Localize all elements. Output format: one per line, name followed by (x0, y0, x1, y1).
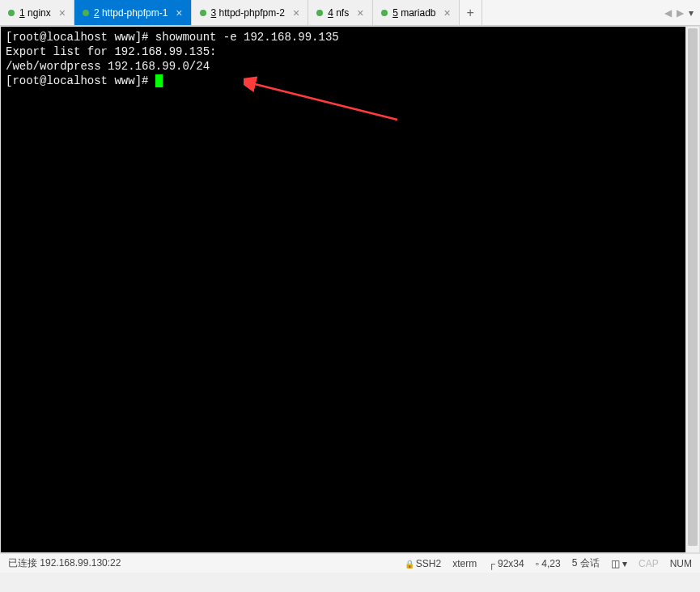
close-icon[interactable]: × (444, 7, 451, 19)
tab-label: 5 mariadb (392, 7, 435, 19)
terminal-container: [root@localhost www]# showmount -e 192.1… (0, 26, 700, 553)
close-icon[interactable]: × (293, 7, 299, 19)
status-numlock: NUM (670, 558, 692, 569)
tab-list-dropdown-icon[interactable]: ▾ (689, 7, 694, 19)
tab-label: 3 httpd-phpfpm-2 (211, 7, 285, 19)
tab-nfs[interactable]: 4 nfs × (308, 0, 373, 25)
terminal[interactable]: [root@localhost www]# showmount -e 192.1… (1, 27, 685, 552)
tab-nginx[interactable]: 1 nginx × (0, 0, 74, 25)
tab-httpd-phpfpm-1[interactable]: 2 httpd-phpfpm-1 × (74, 0, 192, 25)
terminal-command: showmount -e 192.168.99.135 (155, 31, 339, 44)
tab-navigation: ◀ ▶ ▾ (658, 0, 700, 25)
lock-icon (405, 558, 413, 566)
tab-label: 1 nginx (19, 7, 51, 19)
add-tab-button[interactable]: + (460, 0, 482, 25)
close-icon[interactable]: × (59, 7, 66, 19)
terminal-output: /web/wordpress 192.168.99.0/24 (6, 60, 210, 73)
status-cursor-pos: ▫ 4,23 (536, 558, 561, 569)
terminal-prompt: [root@localhost www]# (6, 31, 155, 44)
tab-label: 2 httpd-phpfpm-1 (94, 7, 168, 19)
status-connected: 已连接 192.168.99.130:22 (8, 556, 121, 570)
scrollbar[interactable] (685, 27, 699, 552)
status-dot-icon (316, 10, 323, 16)
tab-label: 4 nfs (328, 7, 349, 19)
terminal-prompt: [root@localhost www]# (6, 74, 155, 87)
tab-httpd-phpfpm-2[interactable]: 3 httpd-phpfpm-2 × (192, 0, 309, 25)
close-icon[interactable]: × (176, 7, 182, 19)
tab-next-icon[interactable]: ▶ (677, 7, 684, 19)
tab-mariadb[interactable]: 5 mariadb × (373, 0, 460, 25)
status-bar: 已连接 192.168.99.130:22 SSH2 xterm ┌ 92x34… (0, 553, 700, 573)
tab-prev-icon[interactable]: ◀ (664, 7, 672, 19)
status-ssh: SSH2 (405, 558, 441, 569)
status-capslock: CAP (638, 558, 659, 569)
status-dot-icon (83, 10, 89, 16)
arrow-annotation-icon (244, 75, 405, 124)
status-tabs-icon[interactable]: ◫ ▾ (611, 558, 627, 569)
status-dot-icon (8, 10, 15, 16)
scrollbar-thumb[interactable] (688, 28, 698, 546)
cursor-icon (155, 74, 163, 87)
status-dot-icon (381, 10, 388, 16)
svg-line-1 (252, 83, 397, 120)
status-term-type: xterm (452, 558, 477, 569)
status-term-size: ┌ 92x34 (488, 558, 524, 569)
status-dot-icon (200, 10, 206, 16)
tab-bar: 1 nginx × 2 httpd-phpfpm-1 × 3 httpd-php… (0, 0, 700, 26)
status-sessions: 5 会话 (572, 556, 600, 570)
close-icon[interactable]: × (357, 7, 363, 19)
terminal-output: Export list for 192.168.99.135: (6, 45, 216, 58)
